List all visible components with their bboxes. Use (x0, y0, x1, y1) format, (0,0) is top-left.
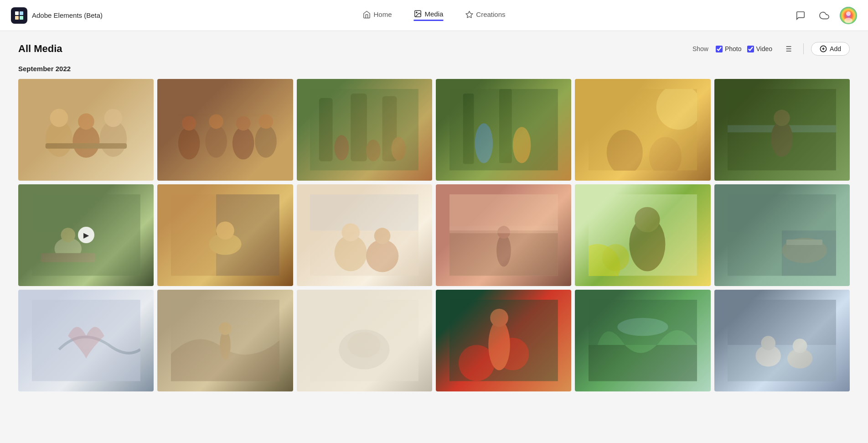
media-card-r2c2[interactable] (157, 184, 293, 286)
video-filter[interactable]: Video (747, 45, 773, 52)
media-card-r1c5[interactable] (575, 79, 710, 181)
svg-point-85 (219, 323, 232, 335)
svg-point-75 (602, 244, 629, 271)
app-header: Adobe Elements (Beta) Home Media Creatio… (0, 0, 868, 31)
svg-rect-57 (41, 253, 95, 262)
app-title: Adobe Elements (Beta) (32, 11, 103, 19)
svg-point-30 (232, 127, 254, 160)
media-row-3 (18, 290, 850, 391)
main-nav: Home Media Creations (362, 10, 505, 21)
svg-rect-36 (351, 94, 367, 162)
play-button[interactable]: ▶ (78, 227, 94, 243)
svg-point-88 (348, 333, 381, 358)
svg-point-52 (771, 121, 793, 157)
svg-point-40 (392, 137, 406, 161)
svg-point-9 (844, 18, 852, 23)
svg-rect-2 (15, 16, 19, 20)
svg-point-29 (209, 115, 223, 129)
user-avatar[interactable] (840, 7, 857, 24)
svg-point-31 (236, 116, 251, 131)
svg-rect-98 (728, 345, 836, 381)
svg-point-53 (774, 110, 790, 126)
svg-point-24 (104, 109, 122, 127)
svg-point-67 (374, 228, 391, 245)
media-card-r2c1[interactable]: ▶ (18, 184, 154, 286)
media-grid: ▶ (18, 79, 850, 391)
svg-point-77 (635, 207, 660, 232)
media-card-r2c3[interactable] (297, 184, 432, 286)
app-logo-icon (11, 7, 27, 24)
media-card-r1c1[interactable] (18, 79, 154, 181)
svg-point-8 (846, 11, 851, 16)
svg-point-20 (50, 109, 68, 127)
add-button[interactable]: Add (811, 42, 850, 56)
svg-point-70 (496, 235, 511, 267)
show-label: Show (692, 45, 708, 52)
media-card-r3c1[interactable] (18, 290, 154, 391)
header-right (792, 7, 857, 24)
toolbar-right: Show Photo Video (692, 42, 850, 56)
svg-point-65 (366, 240, 398, 272)
svg-point-56 (61, 228, 75, 243)
svg-point-61 (216, 222, 234, 240)
svg-point-32 (255, 125, 277, 158)
media-card-r3c4[interactable] (436, 290, 571, 391)
nav-media[interactable]: Media (413, 10, 443, 21)
svg-marker-6 (466, 11, 473, 17)
svg-point-22 (78, 114, 94, 130)
svg-rect-43 (499, 89, 512, 163)
toolbar: All Media Show Photo Video (18, 42, 850, 56)
media-card-r2c5[interactable] (575, 184, 710, 286)
svg-rect-42 (463, 94, 474, 164)
video-checkbox[interactable] (747, 46, 754, 52)
media-card-r3c2[interactable] (157, 290, 293, 391)
chat-button[interactable] (792, 7, 809, 24)
svg-rect-63 (310, 194, 418, 230)
svg-point-28 (205, 125, 227, 158)
media-card-r2c4[interactable] (436, 184, 571, 286)
media-row-1 (18, 79, 850, 181)
svg-point-66 (342, 224, 360, 242)
svg-point-45 (512, 127, 531, 163)
svg-rect-35 (319, 98, 333, 162)
media-card-r3c6[interactable] (714, 290, 850, 391)
svg-rect-1 (20, 11, 23, 15)
svg-point-21 (72, 125, 99, 158)
svg-point-100 (761, 336, 776, 351)
media-card-r3c3[interactable] (297, 290, 432, 391)
svg-point-92 (488, 320, 510, 370)
media-card-r1c2[interactable] (157, 79, 293, 181)
photo-filter[interactable]: Photo (716, 45, 742, 52)
section-label: September 2022 (18, 65, 850, 73)
media-card-r1c6[interactable] (714, 79, 850, 181)
svg-point-102 (793, 339, 807, 354)
svg-point-44 (475, 124, 493, 163)
media-card-r3c5[interactable] (575, 290, 710, 391)
logo-area: Adobe Elements (Beta) (11, 7, 103, 24)
media-card-r1c3[interactable] (297, 79, 432, 181)
media-card-r2c6[interactable] (714, 184, 850, 286)
svg-point-27 (182, 116, 196, 131)
media-card-r1c4[interactable] (436, 79, 571, 181)
svg-point-93 (490, 309, 508, 327)
page-title: All Media (18, 43, 62, 55)
nav-creations[interactable]: Creations (465, 10, 505, 21)
svg-rect-0 (15, 11, 19, 15)
svg-rect-81 (786, 240, 822, 245)
cloud-button[interactable] (816, 7, 832, 24)
svg-rect-25 (45, 143, 126, 149)
filter-checkboxes: Photo Video (716, 45, 772, 52)
svg-point-26 (178, 127, 200, 160)
svg-point-38 (335, 135, 349, 160)
svg-point-39 (366, 140, 381, 162)
svg-point-5 (416, 12, 417, 13)
svg-rect-3 (20, 16, 23, 20)
toolbar-divider (803, 43, 804, 54)
svg-point-96 (617, 318, 668, 336)
sort-button[interactable] (780, 42, 796, 55)
main-content: All Media Show Photo Video (0, 31, 868, 406)
photo-checkbox[interactable] (716, 46, 723, 52)
media-row-2: ▶ (18, 184, 850, 286)
svg-rect-72 (450, 226, 558, 234)
nav-home[interactable]: Home (362, 10, 392, 21)
